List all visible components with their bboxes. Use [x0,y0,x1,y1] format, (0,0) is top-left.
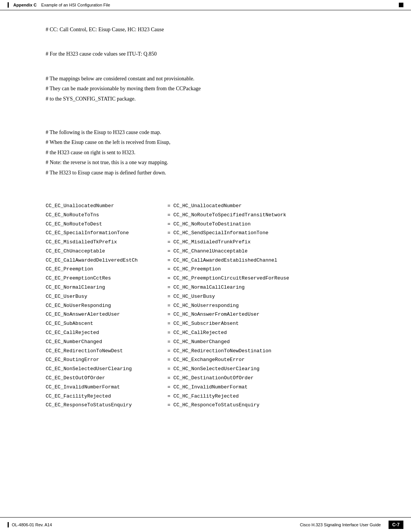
spacer-4 [46,119,365,128]
mapping-left-12: CC_EC_NoAnswerAlertedUser [46,311,167,319]
mapping-row: CC_EC_UserBusy= CC_HC_UserBusy [46,293,365,301]
mapping-right-21: = CC_HC_FacilityRejected [167,393,239,401]
header-right-square [399,3,403,7]
mapping-right-19: = CC_HC_DestinationOutOfOrder [167,374,253,382]
mapping-left-11: CC_EC_NoUserResponding [46,302,167,310]
mapping-left-15: CC_EC_NumberChanged [46,338,167,346]
spacer-1 [46,41,365,50]
mapping-right-1: = CC_HC_NoRouteToSpecifiedTransitNetwork [167,211,286,219]
spacer-5 [46,184,365,193]
footer-left: OL-4806-01 Rev. A14 [8,522,52,527]
footer-center-label: Cisco H.323 Signaling Interface User Gui… [300,522,381,527]
mapping-right-17: = CC_HC_ExchangeRouteError [167,356,245,364]
mapping-left-4: CC_EC_MisdialledTkPrefix [46,238,167,246]
header-appendix: Appendix C Example of an HSI Configurati… [13,3,110,7]
mapping-row: CC_EC_SubAbscent= CC_HC_SubscriberAbsent [46,320,365,328]
mapping-left-0: CC_EC_UnallocatedNumber [46,202,167,210]
mapping-row: CC_EC_RoutingError= CC_HC_ExchangeRouteE… [46,356,365,364]
mapping-right-18: = CC_HC_NonSelectedUserClearing [167,365,260,373]
mapping-left-21: CC_EC_FacilityRejected [46,393,167,401]
mapping-row: CC_EC_NoRouteToTns= CC_HC_NoRouteToSpeci… [46,211,365,219]
comment-block-3: # The mappings below are considered cons… [46,75,365,103]
mapping-row: CC_EC_RedirectionToNewDest= CC_HC_Redire… [46,347,365,355]
mapping-right-13: = CC_HC_SubscriberAbsent [167,320,239,328]
comment-line-1-1: # CC: Call Control, EC: Eisup Cause, HC:… [46,26,365,34]
mapping-row: CC_EC_UnallocatedNumber= CC_HC_Unallocat… [46,202,365,210]
mapping-right-2: = CC_HC_NoRouteToDestination [167,220,250,228]
mapping-row: CC_EC_PreemptionCctRes= CC_HC_Preemption… [46,275,365,283]
mapping-right-10: = CC_HC_UserBusy [167,293,215,301]
mapping-row: CC_EC_CallRejected= CC_HC_CallRejected [46,329,365,337]
mapping-right-5: = CC_HC_ChannelUnacceptable [167,248,248,256]
mapping-row: CC_EC_NoUserResponding= CC_HC_NoUserresp… [46,302,365,310]
mapping-left-1: CC_EC_NoRouteToTns [46,211,167,219]
mapping-left-6: CC_EC_CallAwardedDeliveredEstCh [46,257,167,265]
footer-center: Cisco H.323 Signaling Interface User Gui… [52,522,389,527]
mapping-row: CC_EC_ResponseToStatusEnquiry= CC_HC_Res… [46,401,365,409]
mapping-row: CC_EC_NumberChanged= CC_HC_NumberChanged [46,338,365,346]
mapping-left-14: CC_EC_CallRejected [46,329,167,337]
mapping-right-8: = CC_HC_PreemptionCircuitReservedForReus… [167,275,289,283]
mapping-row: CC_EC_MisdialledTkPrefix= CC_HC_Misdiale… [46,238,365,246]
comment-line-4-3: # the H323 cause on right is sent to H32… [46,149,365,157]
mapping-row: CC_EC_NonSelectedUserClearing= CC_HC_Non… [46,365,365,373]
comment-block-4: # The following is the Eisup to H323 cau… [46,128,365,177]
mapping-left-22: CC_EC_ResponseToStatusEnquiry [46,401,167,409]
mapping-left-9: CC_EC_NormalClearing [46,284,167,292]
mapping-left-16: CC_EC_RedirectionToNewDest [46,347,167,355]
comment-line-4-5: # The H323 to Eisup cause map is defined… [46,169,365,177]
comment-line-4-2: # When the Eisup cause on the left is re… [46,138,365,147]
mapping-row: CC_EC_NoAnswerAlertedUser= CC_HC_NoAnswe… [46,311,365,319]
mapping-left-17: CC_EC_RoutingError [46,356,167,364]
mapping-right-7: = CC_HC_Preemption [167,265,221,273]
mapping-left-2: CC_EC_NoRouteToDest [46,220,167,228]
spacer-3 [46,110,365,119]
mapping-right-15: = CC_HC_NumberChanged [167,338,230,346]
mapping-right-9: = CC_HC_NormalCallClearing [167,284,245,292]
mapping-right-4: = CC_HC_MisdialedTrunkPrefix [167,238,250,246]
mapping-left-20: CC_EC_InvalidNumberFormat [46,383,167,391]
mapping-left-10: CC_EC_UserBusy [46,293,167,301]
header-title-text: Example of an HSI Configuration File [41,3,110,7]
mapping-left-7: CC_EC_Preemption [46,265,167,273]
comment-line-4-4: # Note: the reverse is not true, this is… [46,158,365,167]
mapping-row: CC_EC_NormalClearing= CC_HC_NormalCallCl… [46,284,365,292]
mapping-left-18: CC_EC_NonSelectedUserClearing [46,365,167,373]
mapping-row: CC_EC_Preemption= CC_HC_Preemption [46,265,365,273]
header-left-bar [8,2,9,8]
mapping-right-12: = CC_HC_NoAnswerFromAlertedUser [167,311,260,319]
mapping-right-16: = CC_HC_RedirectionToNewDestination [167,347,271,355]
mapping-right-22: = CC_HC_ResponceToStatusEnquiry [167,401,260,409]
comment-block-2: # For the H323 cause code values see ITU… [46,50,365,58]
mapping-left-5: CC_EC_ChUnacceptable [46,248,167,256]
mapping-right-6: = CC_HC_CallAwardedEstablishedChannel [167,257,277,265]
footer-page-badge: C-7 [389,521,403,529]
page-header: Appendix C Example of an HSI Configurati… [0,0,411,10]
mapping-row: CC_EC_NoRouteToDest= CC_HC_NoRouteToDest… [46,220,365,228]
mapping-row: CC_EC_DestOutOfOrder= CC_HC_DestinationO… [46,374,365,382]
comment-line-3-2: # They can be made provisionable by movi… [46,85,365,93]
comment-line-3-1: # The mappings below are considered cons… [46,75,365,83]
footer-left-bar [8,522,9,527]
mapping-left-13: CC_EC_SubAbscent [46,320,167,328]
mapping-right-11: = CC_HC_NoUserresponding [167,302,239,310]
mapping-right-0: = CC_HC_UnallocatedNumber [167,202,242,210]
mapping-row: CC_EC_InvalidNumberFormat= CC_HC_Invalid… [46,383,365,391]
mapping-row: CC_EC_CallAwardedDeliveredEstCh= CC_HC_C… [46,257,365,265]
header-left: Appendix C Example of an HSI Configurati… [8,2,110,8]
mapping-right-3: = CC_HC_SendSpecialInformationTone [167,229,268,237]
mapping-right-20: = CC_HC_InvalidNumberFormat [167,383,248,391]
mapping-left-19: CC_EC_DestOutOfOrder [46,374,167,382]
mapping-left-8: CC_EC_PreemptionCctRes [46,275,167,283]
mapping-row: CC_EC_ChUnacceptable= CC_HC_ChannelUnacc… [46,248,365,256]
mapping-right-14: = CC_HC_CallRejected [167,329,227,337]
comment-line-2-1: # For the H323 cause code values see ITU… [46,50,365,58]
comment-block-1: # CC: Call Control, EC: Eisup Cause, HC:… [46,26,365,34]
mapping-left-3: CC_EC_SpecialInformationTone [46,229,167,237]
mapping-table: CC_EC_UnallocatedNumber= CC_HC_Unallocat… [46,202,365,409]
comment-line-4-1: # The following is the Eisup to H323 cau… [46,128,365,137]
header-appendix-label: Appendix C [13,3,37,7]
mapping-row: CC_EC_SpecialInformationTone= CC_HC_Send… [46,229,365,237]
mapping-row: CC_EC_FacilityRejected= CC_HC_FacilityRe… [46,393,365,401]
spacer-2 [46,66,365,75]
